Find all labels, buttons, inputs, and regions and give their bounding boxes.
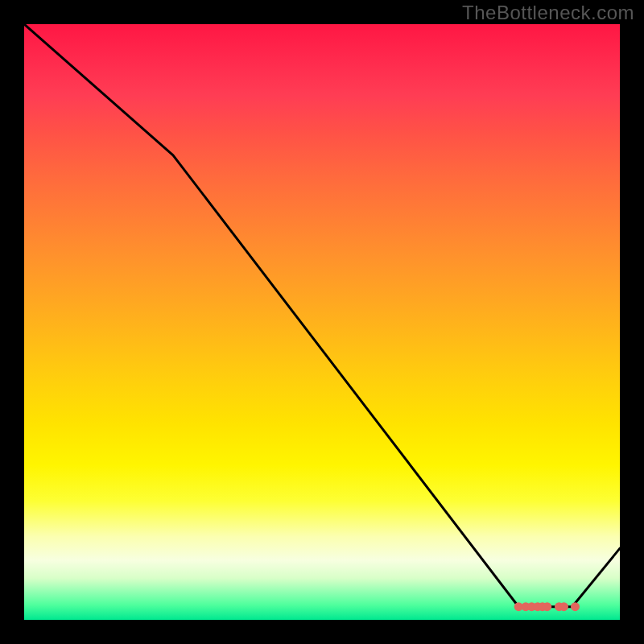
plot-area xyxy=(24,24,620,620)
marker-dot xyxy=(543,602,551,611)
chart-frame: TheBottleneck.com xyxy=(0,0,644,644)
marker-dot xyxy=(559,602,568,611)
curve-line xyxy=(24,24,620,607)
marker-dot xyxy=(571,602,580,611)
chart-overlay xyxy=(24,24,620,620)
watermark-text: TheBottleneck.com xyxy=(462,2,634,24)
